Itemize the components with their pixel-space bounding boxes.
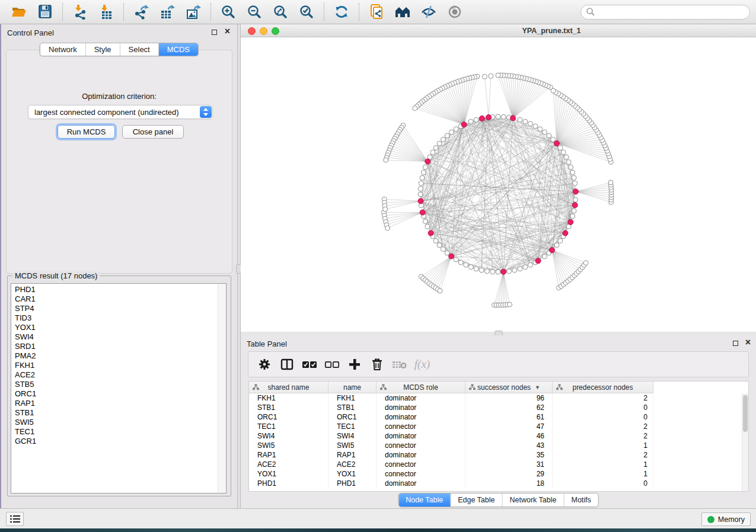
mcds-hub-node[interactable]: [486, 115, 492, 120]
mcds-hub-node[interactable]: [418, 198, 423, 204]
tab-select[interactable]: Select: [120, 43, 158, 56]
mcds-result-node[interactable]: YOX1: [11, 323, 226, 332]
column-header-successor-nodes[interactable]: successor nodes▼: [465, 382, 553, 393]
network-leaf-node[interactable]: [496, 73, 500, 78]
window-minimize-icon[interactable]: [260, 27, 267, 35]
network-node[interactable]: [437, 243, 442, 248]
mcds-result-node[interactable]: CAR1: [11, 294, 226, 304]
network-node[interactable]: [573, 197, 578, 202]
tab-network[interactable]: Network: [40, 43, 85, 56]
table-row[interactable]: STB1STB1dominator620: [249, 403, 748, 412]
add-row-icon[interactable]: [346, 355, 363, 373]
network-node[interactable]: [441, 137, 445, 142]
network-node[interactable]: [561, 150, 566, 155]
network-node[interactable]: [507, 269, 512, 274]
network-node[interactable]: [430, 150, 435, 155]
mcds-result-node[interactable]: FKH1: [11, 361, 226, 370]
delete-row-icon[interactable]: [368, 355, 386, 373]
mcds-result-node[interactable]: TEC1: [11, 427, 226, 437]
select-all-icon[interactable]: [301, 355, 318, 373]
mcds-hub-node[interactable]: [568, 219, 573, 225]
network-node[interactable]: [564, 155, 569, 159]
mcds-result-node[interactable]: SWI4: [11, 332, 226, 342]
mcds-result-node[interactable]: STB5: [11, 380, 226, 389]
zoom-selected-icon[interactable]: [296, 2, 317, 21]
tab-node-table[interactable]: Node Table: [398, 493, 450, 507]
network-node[interactable]: [445, 133, 449, 138]
binoculars-icon[interactable]: [393, 2, 413, 21]
network-canvas[interactable]: [241, 37, 756, 332]
mcds-result-list[interactable]: PHD1CAR1STP4TID3YOX1SWI4SRD1PMA2FKH1ACE2…: [11, 283, 227, 493]
network-leaf-node[interactable]: [489, 73, 493, 78]
mcds-hub-node[interactable]: [550, 248, 555, 253]
network-leaf-node[interactable]: [551, 88, 556, 93]
network-node[interactable]: [425, 224, 430, 229]
column-header-predecessor-nodes[interactable]: predecessor nodes: [553, 382, 653, 393]
network-node[interactable]: [543, 130, 547, 134]
network-node[interactable]: [573, 181, 578, 185]
network-node[interactable]: [441, 247, 445, 252]
mcds-hub-node[interactable]: [573, 189, 578, 194]
column-header-name[interactable]: name: [328, 382, 377, 393]
table-scrollbar[interactable]: [742, 393, 748, 491]
network-titlebar[interactable]: YPA_prune.txt_1: [241, 24, 756, 37]
close-panel-icon[interactable]: ×: [745, 337, 751, 348]
mcds-result-node[interactable]: TID3: [11, 313, 226, 323]
table-row[interactable]: ACE2ACE2connector311: [249, 460, 748, 469]
network-node[interactable]: [437, 141, 442, 146]
mcds-list-scrollbar[interactable]: [218, 284, 226, 493]
network-leaf-node[interactable]: [383, 207, 388, 211]
network-node[interactable]: [474, 267, 479, 271]
optimization-select[interactable]: largest connected component (undirected): [28, 105, 213, 119]
tab-mcds[interactable]: MCDS: [158, 43, 198, 56]
task-history-icon[interactable]: [6, 512, 24, 526]
network-node[interactable]: [523, 265, 528, 270]
columns-icon[interactable]: [278, 355, 296, 373]
network-node[interactable]: [501, 114, 506, 119]
network-node[interactable]: [468, 265, 473, 270]
network-node[interactable]: [418, 187, 423, 191]
export-network-icon[interactable]: [131, 2, 151, 21]
mcds-hub-node[interactable]: [428, 230, 433, 236]
network-leaf-node[interactable]: [508, 302, 512, 307]
mcds-result-node[interactable]: ORC1: [11, 389, 226, 399]
mcds-hub-node[interactable]: [554, 141, 559, 146]
import-network-icon[interactable]: [70, 2, 90, 21]
network-node[interactable]: [528, 121, 532, 126]
network-node[interactable]: [538, 127, 543, 132]
show-graphics-details-icon[interactable]: [445, 2, 465, 21]
tab-motifs[interactable]: Motifs: [563, 493, 598, 507]
network-node[interactable]: [518, 117, 522, 122]
window-maximize-icon[interactable]: [272, 27, 279, 35]
network-node[interactable]: [558, 146, 563, 150]
network-node[interactable]: [468, 119, 473, 124]
mcds-result-node[interactable]: RAP1: [11, 399, 226, 408]
network-node[interactable]: [484, 269, 489, 274]
node-table-body[interactable]: FKH1FKH1dominator962STB1STB1dominator620…: [249, 393, 748, 491]
export-image-icon[interactable]: [183, 2, 203, 21]
unselect-all-icon[interactable]: [323, 355, 341, 373]
network-node[interactable]: [420, 175, 425, 180]
network-node[interactable]: [496, 114, 500, 119]
network-node[interactable]: [464, 262, 468, 267]
network-leaf-node[interactable]: [413, 106, 417, 111]
mcds-hub-node[interactable]: [563, 230, 568, 236]
network-leaf-node[interactable]: [482, 74, 487, 79]
close-panel-icon[interactable]: ×: [225, 26, 230, 37]
network-leaf-node[interactable]: [385, 226, 390, 230]
network-node[interactable]: [572, 175, 576, 180]
float-panel-icon[interactable]: [733, 341, 738, 346]
network-node[interactable]: [445, 251, 449, 255]
network-node[interactable]: [490, 270, 495, 274]
table-row[interactable]: PHD1PHD1dominator180: [249, 479, 748, 488]
tab-style[interactable]: Style: [85, 43, 120, 56]
tab-edge-table[interactable]: Edge Table: [450, 493, 502, 507]
mcds-result-node[interactable]: PHD1: [11, 285, 226, 294]
run-mcds-button[interactable]: Run MCDS: [58, 125, 115, 139]
table-row[interactable]: SWI5SWI5connector431: [249, 441, 748, 450]
mcds-hub-node[interactable]: [535, 258, 541, 264]
mcds-result-node[interactable]: SRD1: [11, 342, 226, 351]
clone-network-icon[interactable]: [366, 2, 387, 21]
network-node[interactable]: [418, 192, 423, 197]
mcds-result-node[interactable]: SWI5: [11, 418, 226, 427]
